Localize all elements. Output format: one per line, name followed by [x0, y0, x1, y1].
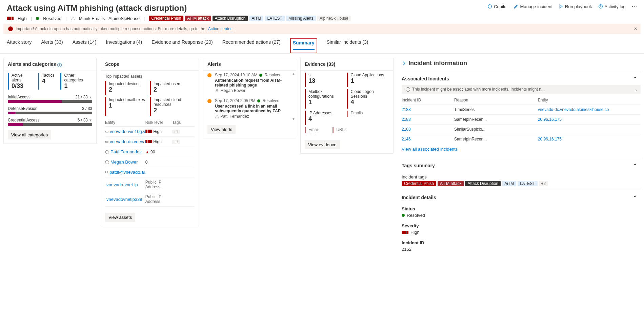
- tag[interactable]: AiTM: [249, 16, 263, 21]
- impact-value: 2: [154, 107, 195, 114]
- more-button[interactable]: ···: [632, 3, 637, 10]
- tab-assets-[interactable]: Assets (14): [73, 39, 97, 53]
- col-entity: Entity: [105, 120, 145, 125]
- manage-incident-button[interactable]: Manage incident: [514, 4, 552, 9]
- associated-incident-row[interactable]: 2188SimilarSuspicio...: [402, 124, 641, 134]
- manage-label: Manage incident: [520, 4, 552, 9]
- tab-similar-incidents-[interactable]: Similar incidents (3): [327, 39, 368, 53]
- associated-incident-row[interactable]: 2188SameIpInRecen...20.96.16.175: [402, 114, 641, 124]
- tab-alerts-[interactable]: Alerts (33): [41, 39, 63, 53]
- associated-incident-row[interactable]: 2188TimeSeriesvnevado-dc.vnevado.alpines…: [402, 105, 641, 114]
- col-incident-id: Incident ID: [402, 98, 454, 102]
- tab-summary[interactable]: Summary: [293, 40, 315, 50]
- info-icon[interactable]: i: [57, 63, 62, 67]
- category-row: DefenseEvasion3 / 33: [4, 105, 96, 116]
- asset-row[interactable]: ◯Megan Bower0: [105, 157, 195, 167]
- asset-row[interactable]: ▭vnevado-dc.vneva... High+1: [105, 137, 195, 147]
- tabs-bar: Attack storyAlerts (33)Assets (14)Invest…: [0, 34, 644, 54]
- copilot-button[interactable]: Copilot: [487, 4, 507, 9]
- panel-title: Incident information: [408, 60, 467, 67]
- alert-item[interactable]: Sep 17, 2024 10:10 AMResolvedAuthenticat…: [203, 71, 296, 96]
- associated-incident-row[interactable]: 2146SameIpInRecen...20.96.16.175: [402, 134, 641, 144]
- action-center-link[interactable]: Action center: [208, 26, 232, 31]
- scope-subtitle: Top impacted assets: [105, 74, 195, 81]
- tag[interactable]: Missing Alerts: [286, 16, 316, 21]
- tab-evidence-and-response-[interactable]: Evidence and Response (20): [152, 39, 213, 53]
- card-header: Alerts and categoriesi: [4, 58, 96, 71]
- tab-investigations-[interactable]: Investigations (4): [106, 39, 142, 53]
- tags-row: Credential PhishAiTM attackAttack Disrup…: [402, 181, 641, 186]
- severity-icon: [402, 231, 408, 234]
- evidence-item: URLs: [333, 127, 360, 133]
- stat-label: Active alerts: [12, 73, 32, 82]
- tag[interactable]: Credential Phish: [149, 16, 183, 21]
- evidence-item: Emails: [347, 111, 375, 117]
- evidence-item: Cloud Logon Sessions4: [347, 89, 389, 109]
- tag[interactable]: LATEST: [518, 181, 537, 186]
- alerts-categories-card: Alerts and categoriesi Active alerts0/33…: [3, 58, 97, 144]
- close-icon[interactable]: ✕: [634, 26, 637, 31]
- stat-value: 0/33: [12, 82, 32, 90]
- tag[interactable]: LATEST: [265, 16, 284, 21]
- severity-label: Severity: [402, 221, 641, 230]
- tag[interactable]: Attack Disruption: [213, 16, 248, 21]
- activity-label: Activity log: [605, 4, 626, 9]
- asset-row[interactable]: ▭vnevado-win10g.v... High+1: [105, 127, 195, 137]
- page-title: Attack using AiTM phishing (attack disru…: [7, 3, 187, 13]
- tag[interactable]: AlpineSkiHouse: [317, 16, 351, 21]
- tag[interactable]: Credential Phish: [402, 181, 436, 186]
- evidence-item: s13: [305, 73, 347, 87]
- tag[interactable]: AiTM attack: [438, 181, 464, 186]
- view-assets-button[interactable]: View assets: [105, 213, 135, 222]
- svg-point-0: [488, 5, 492, 8]
- alert-item[interactable]: Sep 17, 2024 2:05 PMResolvedUser accesse…: [203, 96, 296, 122]
- run-playbook-button[interactable]: Run playbook: [559, 4, 592, 9]
- view-evidence-button[interactable]: View evidence: [305, 140, 340, 149]
- scroll-up-icon[interactable]: ▲: [292, 72, 295, 76]
- scope-card: Scope Top impacted assets Impacted devic…: [101, 58, 199, 226]
- tag[interactable]: Attack Disruption: [465, 181, 501, 186]
- chevron-up-icon[interactable]: ⌃: [633, 163, 637, 168]
- info-icon: i: [406, 87, 410, 92]
- asset-row[interactable]: ✉pattif@vnevado.al...: [105, 167, 195, 177]
- tag[interactable]: AiTM: [502, 181, 516, 186]
- associated-notice: i This incident might be associated with…: [402, 85, 641, 94]
- copilot-label: Copilot: [494, 4, 507, 9]
- status-dot-icon: [402, 214, 405, 217]
- status-dot-icon: [36, 17, 39, 20]
- evidence-item: IP Addresses4: [305, 111, 347, 125]
- incident-meta: High | Resolved | Mimik Emails - AlpineS…: [0, 16, 644, 24]
- alerts-card: Alerts ▲ Sep 17, 2024 10:10 AMResolvedAu…: [203, 58, 296, 138]
- view-alerts-button[interactable]: View alerts: [207, 125, 236, 134]
- view-all-associated-link[interactable]: View all associated incidents: [402, 144, 458, 154]
- tab-attack-story[interactable]: Attack story: [7, 39, 32, 53]
- view-all-categories-button[interactable]: View all categories: [8, 130, 51, 139]
- incident-id-value: 2152: [402, 247, 641, 254]
- tag[interactable]: +2: [539, 181, 548, 186]
- evidence-card: Evidence (33) s13Cloud Applications1Mail…: [300, 58, 394, 154]
- col-risk: Risk level: [145, 120, 172, 125]
- tab-recommended-actions-[interactable]: Recommended actions (27): [222, 39, 281, 53]
- impact-value: 1: [109, 102, 150, 109]
- status-text: Resolved: [43, 16, 61, 21]
- col-entity: Entity: [538, 98, 641, 102]
- owner: Mimik Emails - AlpineSkiHouse: [79, 16, 140, 21]
- impact-label: Impacted cloud resources: [154, 97, 195, 107]
- tag[interactable]: AiTM attack: [185, 16, 211, 21]
- asset-row[interactable]: vnevadovnetip339Public IP Address: [105, 192, 195, 207]
- card-header: Evidence (33): [301, 58, 393, 71]
- tags-summary-header: Tags summary: [402, 163, 435, 168]
- activity-log-button[interactable]: Activity log: [598, 4, 626, 9]
- chevron-up-icon[interactable]: ⌃: [633, 76, 637, 81]
- info-alert-bar: – Important! Attack disruption has autom…: [3, 24, 641, 34]
- chevron-up-icon[interactable]: ⌃: [633, 195, 637, 200]
- chevron-right-icon[interactable]: [402, 61, 406, 66]
- asset-row[interactable]: ◯Patti Fernandez▲ 90: [105, 147, 195, 157]
- stat-label: Tactics: [42, 73, 55, 78]
- asset-row[interactable]: vnevado-vnet-ipPublic IP Address: [105, 177, 195, 192]
- svg-point-3: [216, 89, 218, 91]
- chevron-down-icon[interactable]: ⌄: [635, 87, 638, 92]
- impact-label: Impacted mailboxes: [109, 97, 150, 102]
- status-label: Status: [402, 204, 641, 213]
- scroll-down-icon[interactable]: ▼: [292, 117, 295, 121]
